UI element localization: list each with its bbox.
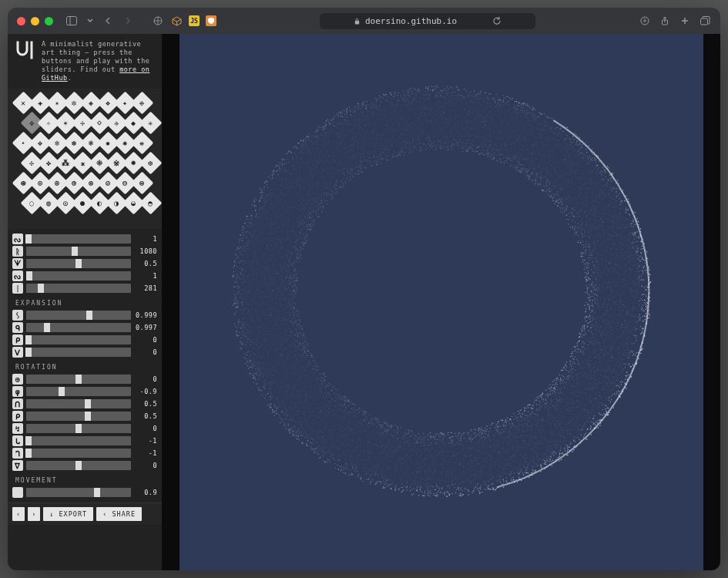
zoom-window-button[interactable] [45, 17, 53, 25]
slider-thumb[interactable] [75, 424, 82, 433]
slider-thumb[interactable] [26, 271, 32, 281]
address-bar[interactable]: doersino.github.io [320, 13, 535, 29]
minimize-window-button[interactable] [31, 17, 39, 25]
slider-track[interactable] [26, 412, 131, 421]
svg-point-2322 [629, 279, 630, 280]
svg-point-1989 [351, 176, 352, 176]
svg-point-4369 [290, 332, 291, 333]
sidebar-toggle-icon[interactable] [65, 15, 78, 27]
slider-thumb[interactable] [25, 335, 32, 344]
slider-track[interactable] [26, 488, 131, 497]
art-canvas[interactable] [179, 34, 703, 570]
svg-point-6530 [347, 422, 348, 422]
svg-point-6059 [535, 176, 535, 177]
slider-thumb[interactable] [44, 323, 50, 332]
svg-point-4382 [606, 338, 606, 338]
new-tab-icon[interactable] [679, 15, 691, 27]
slider-thumb[interactable] [25, 449, 32, 458]
svg-point-8823 [595, 289, 596, 290]
slider-track[interactable] [26, 399, 131, 408]
slider-thumb[interactable] [25, 436, 32, 445]
slider-track[interactable] [26, 311, 131, 320]
slider-track[interactable] [26, 335, 131, 344]
slider-track[interactable] [26, 375, 131, 384]
svg-point-7558 [379, 146, 380, 146]
svg-point-8092 [237, 282, 237, 283]
svg-point-4336 [602, 167, 603, 168]
slider-thumb[interactable] [85, 412, 91, 421]
svg-point-1255 [264, 395, 265, 396]
close-window-button[interactable] [17, 17, 25, 25]
svg-point-6081 [371, 474, 372, 475]
slider-thumb[interactable] [85, 399, 91, 408]
slider-thumb[interactable] [25, 348, 32, 357]
svg-point-2380 [270, 348, 271, 349]
slider-track[interactable] [26, 323, 131, 332]
preset-tile[interactable]: ✳ [139, 112, 162, 135]
svg-point-6903 [635, 321, 636, 321]
svg-point-135 [269, 250, 270, 251]
slider-thumb[interactable] [94, 488, 100, 497]
svg-point-5732 [433, 89, 434, 90]
svg-point-5793 [527, 429, 528, 430]
svg-point-4295 [290, 295, 291, 296]
svg-point-631 [574, 198, 575, 199]
slider-track[interactable] [26, 449, 131, 458]
preset-tile[interactable]: ◓ [139, 192, 162, 215]
slider-track[interactable] [26, 461, 131, 470]
forward-button[interactable] [121, 15, 133, 27]
svg-point-3495 [442, 132, 443, 133]
slider-track[interactable] [26, 387, 131, 396]
slider-track[interactable] [26, 259, 131, 268]
slider-thumb[interactable] [59, 387, 65, 396]
share-button[interactable]: ‹ SHARE [96, 507, 142, 521]
extension-js-icon[interactable]: JS [189, 15, 200, 26]
slider-thumb[interactable] [86, 311, 92, 320]
slider-thumb[interactable] [75, 375, 82, 384]
slider-track[interactable] [26, 234, 131, 244]
svg-point-207 [250, 361, 250, 361]
svg-point-1624 [489, 112, 490, 113]
preset-tile[interactable]: ❆ [139, 152, 162, 175]
svg-point-1347 [281, 160, 282, 161]
slider-thumb[interactable] [25, 234, 32, 244]
svg-point-4898 [391, 425, 391, 425]
shield-icon[interactable] [152, 15, 164, 27]
svg-point-3843 [358, 155, 359, 156]
slider-track[interactable] [26, 424, 131, 433]
svg-point-8524 [362, 156, 363, 157]
svg-point-7707 [411, 123, 412, 124]
share-icon[interactable] [659, 15, 671, 27]
refresh-icon[interactable] [492, 16, 502, 25]
svg-point-7522 [302, 140, 303, 141]
redo-button[interactable]: › [28, 507, 40, 521]
svg-point-6002 [512, 136, 513, 136]
svg-point-8062 [302, 209, 303, 210]
slider-track[interactable] [26, 271, 131, 281]
slider-thumb[interactable] [38, 284, 44, 293]
slider-thumb[interactable] [75, 461, 82, 470]
undo-button[interactable]: ‹ [12, 507, 25, 521]
slider-track[interactable] [26, 436, 131, 445]
extension-shield-icon[interactable] [206, 15, 216, 26]
slider-track[interactable] [26, 284, 131, 293]
svg-point-149 [499, 130, 500, 131]
svg-point-6618 [295, 292, 296, 293]
extension-cube-icon[interactable] [170, 15, 183, 27]
chevron-down-icon[interactable] [84, 15, 96, 27]
svg-point-142 [562, 415, 563, 416]
svg-point-7736 [611, 239, 612, 240]
svg-point-1744 [344, 143, 345, 144]
slider-track[interactable] [26, 247, 131, 256]
slider-thumb[interactable] [72, 247, 78, 256]
slider-track[interactable] [26, 348, 131, 357]
export-button[interactable]: ↓ EXPORT [43, 507, 93, 521]
svg-point-2518 [592, 409, 592, 410]
svg-point-6701 [377, 469, 377, 469]
slider-thumb[interactable] [75, 259, 82, 268]
svg-point-5507 [303, 223, 304, 223]
svg-point-3246 [373, 104, 374, 105]
back-button[interactable] [102, 15, 115, 27]
download-icon[interactable] [639, 15, 651, 27]
tabs-icon[interactable] [699, 15, 711, 27]
